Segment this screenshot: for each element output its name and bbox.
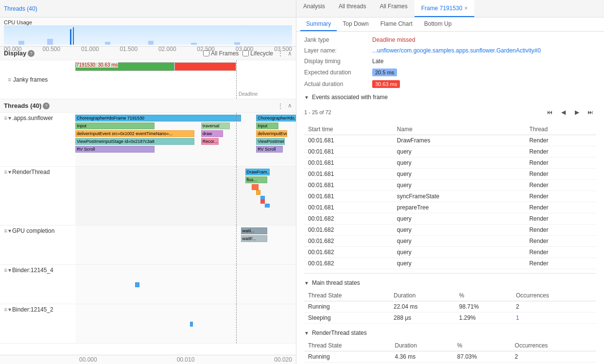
janky-frames-content[interactable]: 7191530: 30.63 ms Deadline: [75, 60, 296, 99]
flame-wait1[interactable]: waiti...: [241, 227, 267, 234]
table-row[interactable]: 00:01.682 query Render: [304, 236, 596, 247]
state-occurrences: 1: [512, 312, 596, 324]
deadline-marker: [236, 113, 237, 166]
main-thread-states-header[interactable]: ▼ Main thread states: [304, 279, 596, 286]
render-thread-content[interactable]: DrawFram... flus...: [75, 167, 296, 225]
flame-tiny-3[interactable]: [260, 196, 265, 200]
tab-frame-7191530[interactable]: Frame 7191530 ×: [414, 0, 475, 17]
render-state-name: Running: [304, 351, 391, 363]
table-row[interactable]: 00:01.682 query Render: [304, 258, 596, 269]
event-name[interactable]: query: [393, 225, 525, 236]
threads-kebab-icon[interactable]: ⋮: [277, 102, 284, 110]
next-page-button[interactable]: ▶: [571, 106, 583, 118]
flame-tiny-1[interactable]: [252, 184, 259, 190]
table-row[interactable]: 00:01.681 DrawFrames Render: [304, 135, 596, 146]
janky-hamburger-icon[interactable]: ≡: [8, 76, 11, 83]
render-state-duration: 4.36 ms: [391, 351, 453, 363]
table-row[interactable]: 00:01.682 query Render: [304, 213, 596, 225]
flame-wait2[interactable]: waitF...: [241, 235, 267, 242]
flame-record[interactable]: Recor...: [201, 138, 219, 145]
flame-rvscroll[interactable]: RV Scroll: [75, 146, 155, 153]
events-col-thread: Thread: [525, 124, 596, 135]
tab-analysis[interactable]: Analysis: [296, 0, 332, 17]
event-starttime: 00:01.681: [304, 135, 393, 146]
flame-drawframes[interactable]: DrawFram...: [245, 169, 270, 175]
deadline-marker-gpu: [236, 225, 237, 264]
event-name[interactable]: query: [393, 157, 525, 169]
event-name[interactable]: query: [393, 180, 525, 191]
event-name[interactable]: query: [393, 213, 525, 225]
binder2-content[interactable]: [75, 304, 296, 343]
event-name[interactable]: query: [393, 258, 525, 269]
tab-summary[interactable]: Summary: [300, 17, 337, 31]
event-starttime: 00:01.682: [304, 236, 393, 247]
flame-choreographer-2[interactable]: Choreographer#do...: [256, 115, 296, 121]
event-name[interactable]: query: [393, 247, 525, 258]
flame-flush[interactable]: flus...: [245, 176, 267, 183]
flame-choreographer[interactable]: Choreographer#doFrame 7191530: [75, 115, 241, 121]
event-name[interactable]: prepareTree: [393, 202, 525, 213]
event-name[interactable]: query: [393, 146, 525, 157]
table-row[interactable]: 00:01.681 query Render: [304, 169, 596, 180]
expand-arrow-binder4-icon[interactable]: ▾: [8, 267, 11, 274]
table-row[interactable]: 00:01.681 query Render: [304, 180, 596, 191]
flame-deliver[interactable]: deliverInputEvent src=0x1002 eventTimeNa…: [75, 130, 194, 137]
expand-arrow-gpu-icon[interactable]: ▾: [8, 227, 11, 234]
expand-arrow-binder2-icon[interactable]: ▾: [8, 306, 11, 313]
flame-binder2-block[interactable]: [190, 322, 193, 327]
flame-tiny-4[interactable]: [260, 200, 265, 204]
table-row[interactable]: 00:01.682 query Render: [304, 225, 596, 236]
render-thread-states-header[interactable]: ▼ RenderThread states: [304, 329, 596, 336]
deadline-marker-binder4: [236, 265, 237, 304]
display-timing-label: Display timing: [304, 58, 372, 65]
flame-deliver-2[interactable]: deliverInputEven...: [256, 130, 287, 137]
analysis-tabs-bar: Analysis All threads All Frames Frame 71…: [296, 0, 604, 17]
render-thread-states-table: Thread State Duration % Occurrences Runn…: [304, 340, 596, 363]
first-page-button[interactable]: ⏮: [544, 106, 555, 118]
threads-info-icon[interactable]: ?: [43, 103, 50, 109]
threads-container: ≡ ▾ .apps.sunflower Choreographer#doFram…: [0, 113, 296, 355]
flame-viewpost[interactable]: ViewPostImeInputStage id=0x2187c3a8: [75, 138, 194, 145]
tab-flame-chart[interactable]: Flame Chart: [375, 17, 418, 31]
flame-viewpost-2[interactable]: ViewPostImeInp...: [256, 138, 285, 145]
expand-arrow-render-icon[interactable]: ▾: [8, 169, 11, 175]
apps-sunflower-content[interactable]: Choreographer#doFrame 7191530 Choreograp…: [75, 113, 296, 166]
event-thread: Render: [525, 135, 596, 146]
threads-collapse-icon[interactable]: ∧: [288, 102, 292, 110]
events-section-header[interactable]: ▼ Events associated with frame: [304, 94, 596, 101]
table-row[interactable]: 00:01.681 prepareTree Render: [304, 202, 596, 213]
flame-tiny-2[interactable]: [256, 190, 260, 195]
tab-bottom-up[interactable]: Bottom Up: [418, 17, 458, 31]
event-name[interactable]: query: [393, 236, 525, 247]
expand-arrow-icon[interactable]: ▾: [8, 115, 11, 121]
render-col-duration: Duration: [391, 340, 453, 351]
event-name[interactable]: DrawFrames: [393, 135, 525, 146]
gpu-content[interactable]: waiti... waitF...: [75, 225, 296, 264]
frame-tab-close-icon[interactable]: ×: [464, 5, 467, 12]
layer-name-value[interactable]: ...unflower/com.google.samples.apps.sunf…: [372, 47, 541, 54]
table-row[interactable]: 00:01.681 query Render: [304, 157, 596, 169]
event-thread: Render: [525, 258, 596, 269]
event-name[interactable]: query: [393, 169, 525, 180]
flame-draw[interactable]: draw: [201, 130, 223, 137]
flame-input[interactable]: Input: [75, 122, 155, 129]
flame-input-2[interactable]: Input: [256, 122, 278, 129]
binder4-content[interactable]: [75, 265, 296, 304]
flame-binder4-block[interactable]: [135, 282, 139, 287]
event-name[interactable]: syncFrameState: [393, 191, 525, 202]
prev-page-button[interactable]: ◀: [557, 106, 569, 118]
deadline-line: [236, 60, 237, 99]
flame-rvscroll-2[interactable]: RV Scroll: [256, 146, 282, 153]
render-col-state: Thread State: [304, 340, 391, 351]
flame-traversal[interactable]: traversal: [201, 122, 230, 129]
tab-all-threads[interactable]: All threads: [332, 0, 373, 17]
flame-tiny-5[interactable]: [265, 204, 269, 208]
tab-top-down[interactable]: Top Down: [337, 17, 374, 31]
table-row[interactable]: 00:01.682 query Render: [304, 247, 596, 258]
tab-all-frames[interactable]: All Frames: [373, 0, 414, 17]
table-row[interactable]: 00:01.681 query Render: [304, 146, 596, 157]
actual-duration-label: Actual duration: [304, 81, 372, 87]
table-row[interactable]: 00:01.681 syncFrameState Render: [304, 191, 596, 202]
event-thread: Render: [525, 191, 596, 202]
last-page-button[interactable]: ⏭: [585, 106, 596, 118]
